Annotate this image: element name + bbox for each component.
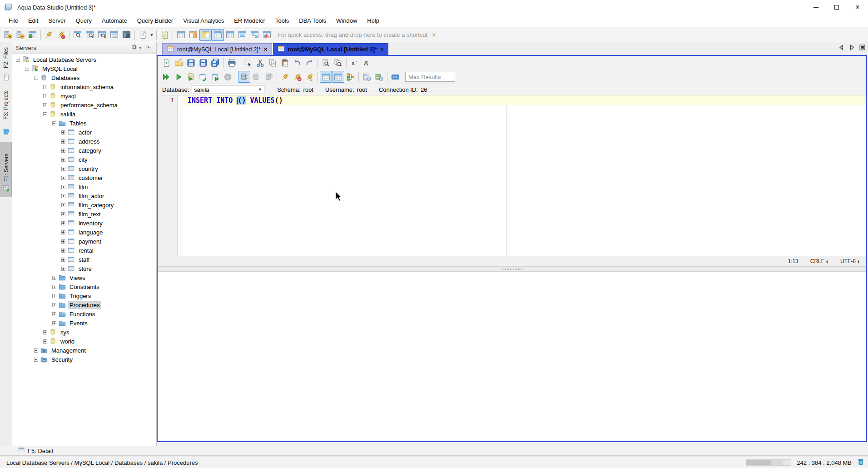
tree-item-constraints[interactable]: Constraints xyxy=(12,282,156,291)
auto-commit-icon[interactable] xyxy=(238,71,250,83)
tree-item-film-text[interactable]: film_text xyxy=(12,209,156,219)
close-button[interactable]: × xyxy=(847,0,868,15)
menu-er-modeler[interactable]: ER Modeler xyxy=(229,15,270,26)
tab-close-icon[interactable]: × xyxy=(380,46,384,53)
open-file-icon[interactable] xyxy=(173,57,185,69)
detail-view-icon[interactable] xyxy=(236,29,248,41)
new-document-icon[interactable] xyxy=(137,29,149,41)
unregister-server-icon[interactable] xyxy=(14,29,26,41)
menu-window[interactable]: Window xyxy=(331,15,362,26)
tree-item-city[interactable]: city xyxy=(12,155,156,164)
disconnect-plug-icon[interactable] xyxy=(55,29,67,41)
explain-tree-icon[interactable] xyxy=(344,71,357,83)
query-script-icon[interactable] xyxy=(96,29,108,41)
paste-icon[interactable] xyxy=(279,57,291,69)
cut-icon[interactable] xyxy=(254,57,267,69)
schedule-icon[interactable] xyxy=(373,71,385,83)
tree-item-views[interactable]: Views xyxy=(12,273,156,282)
expand-icon[interactable] xyxy=(61,149,65,153)
expand-icon[interactable] xyxy=(61,185,65,189)
tree-item-sys[interactable]: sys xyxy=(12,328,156,337)
line-ending-select[interactable]: CRLF▲▼ xyxy=(810,258,828,264)
new-document-dropdown-icon[interactable]: ▼ xyxy=(149,29,154,41)
tree-item-sakila[interactable]: sakila xyxy=(12,110,156,119)
font-increase-icon[interactable]: A xyxy=(361,57,373,69)
tree-item-film-category[interactable]: film_category xyxy=(12,200,156,209)
code-area[interactable]: INSERT INTO () VALUES() xyxy=(183,95,866,256)
tree-item-language[interactable]: language xyxy=(12,228,156,237)
save-all-icon[interactable] xyxy=(209,57,222,69)
tree-item-information-schema[interactable]: information_schema xyxy=(12,82,156,91)
schema-browser-icon[interactable] xyxy=(120,29,133,41)
select-block-icon[interactable] xyxy=(242,57,254,69)
expand-icon[interactable] xyxy=(61,221,65,225)
garbage-collect-icon[interactable] xyxy=(857,458,864,467)
tree-item-staff[interactable]: staff xyxy=(12,255,156,264)
menu-file[interactable]: File xyxy=(4,15,23,26)
menu-visual-analytics[interactable]: Visual Analytics xyxy=(178,15,229,26)
expand-icon[interactable] xyxy=(34,358,38,362)
expand-icon[interactable] xyxy=(52,294,56,298)
tree-item-triggers[interactable]: Triggers xyxy=(12,291,156,300)
dismiss-hint-icon[interactable]: × xyxy=(432,31,436,39)
tree-item-performance-schema[interactable]: performance_schema xyxy=(12,100,156,110)
find-icon[interactable] xyxy=(320,57,332,69)
tree-item-mysql-local[interactable]: MySQL Local xyxy=(12,64,156,73)
menu-server[interactable]: Server xyxy=(43,15,70,26)
scroll-tabs-right-icon[interactable] xyxy=(849,44,855,52)
tab-close-icon[interactable]: × xyxy=(264,46,268,53)
expand-icon[interactable] xyxy=(43,339,47,344)
tree-item-events[interactable]: Events xyxy=(12,319,156,328)
tree-item-world[interactable]: world xyxy=(12,337,156,346)
tree-item-rental[interactable]: rental xyxy=(12,246,156,255)
side-tab-servers[interactable]: F1: Servers xyxy=(0,142,12,197)
collapse-icon[interactable] xyxy=(34,76,38,80)
execute-all-icon[interactable] xyxy=(160,71,173,83)
tree-item-tables[interactable]: Tables xyxy=(12,119,156,128)
query-tab-2[interactable]: root@MySQL Local [Untitled 3]*× xyxy=(273,43,388,55)
undo-icon[interactable] xyxy=(291,57,303,69)
menu-tools[interactable]: Tools xyxy=(270,15,294,26)
menu-edit[interactable]: Edit xyxy=(23,15,43,26)
query-tab-1[interactable]: root@MySQL Local [Untitled 2]*× xyxy=(162,43,272,55)
tree-item-inventory[interactable]: inventory xyxy=(12,219,156,228)
results-form-icon[interactable] xyxy=(187,29,199,41)
menu-query[interactable]: Query xyxy=(71,15,97,26)
menu-automate[interactable]: Automate xyxy=(97,15,132,26)
new-file-icon[interactable] xyxy=(160,57,173,69)
menu-help[interactable]: Help xyxy=(362,15,384,26)
expand-icon[interactable] xyxy=(61,139,65,144)
tree-item-management[interactable]: Management xyxy=(12,346,156,355)
commit-icon[interactable] xyxy=(250,71,263,83)
expand-icon[interactable] xyxy=(43,85,47,89)
open-script-icon[interactable] xyxy=(159,29,171,41)
expand-icon[interactable] xyxy=(52,312,56,316)
disconnect-plug-icon[interactable] xyxy=(291,71,303,83)
expand-icon[interactable] xyxy=(52,285,56,289)
tree-item-security[interactable]: Security xyxy=(12,355,156,364)
grid-view-icon[interactable] xyxy=(212,29,224,41)
chart-view-icon[interactable] xyxy=(261,29,273,41)
save-icon[interactable] xyxy=(185,57,197,69)
max-results-input[interactable] xyxy=(405,72,455,82)
collapse-icon[interactable] xyxy=(25,67,29,71)
tree-item-payment[interactable]: payment xyxy=(12,237,156,246)
expand-icon[interactable] xyxy=(43,94,47,98)
tree-item-databases[interactable]: Databases xyxy=(12,73,156,82)
tree-item-film[interactable]: film xyxy=(12,182,156,191)
expand-icon[interactable] xyxy=(61,167,65,171)
expand-icon[interactable] xyxy=(61,230,65,234)
expand-icon[interactable] xyxy=(61,203,65,207)
tree-item-category[interactable]: category xyxy=(12,146,156,155)
detail-bar[interactable]: F5: Detail xyxy=(0,446,868,456)
font-decrease-icon[interactable]: a xyxy=(348,57,361,69)
menu-dba-tools[interactable]: DBA Tools xyxy=(294,15,331,26)
results-grid-icon[interactable] xyxy=(175,29,187,41)
tree-item-film-actor[interactable]: film_actor xyxy=(12,191,156,200)
reconnect-plug-icon[interactable] xyxy=(303,71,316,83)
expand-icon[interactable] xyxy=(52,321,56,325)
expand-icon[interactable] xyxy=(61,158,65,162)
tree-item-country[interactable]: country xyxy=(12,164,156,173)
encoding-select[interactable]: UTF-8▲▼ xyxy=(840,258,860,264)
sql-editor[interactable]: 1 INSERT INTO () VALUES() xyxy=(158,95,866,256)
